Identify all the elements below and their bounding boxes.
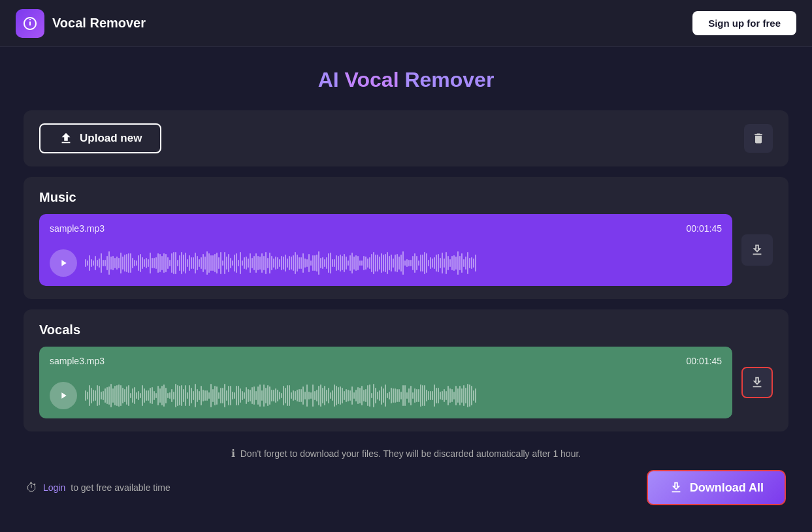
page-title: AI Vocal Remover xyxy=(24,68,788,92)
music-download-button[interactable] xyxy=(741,234,773,266)
info-icon: ℹ xyxy=(231,447,235,460)
download-icon-vocals xyxy=(750,375,764,390)
music-filename: sample3.mp3 xyxy=(50,223,105,234)
vocals-filename: sample3.mp3 xyxy=(50,356,105,366)
main-content: AI Vocal Remover Upload new Music sample… xyxy=(0,47,812,526)
title-vocal: Vocal xyxy=(345,68,405,91)
trash-icon xyxy=(752,132,765,145)
music-duration: 00:01:45 xyxy=(687,223,723,234)
upload-icon xyxy=(59,131,73,146)
login-link[interactable]: Login xyxy=(43,482,65,493)
music-section-card: Music sample3.mp3 00:01:45 xyxy=(24,177,788,299)
music-waveform xyxy=(85,250,722,276)
app-header: Vocal Remover Sign up for free xyxy=(0,0,812,47)
app-name: Vocal Remover xyxy=(52,16,146,31)
vocals-track-top: sample3.mp3 00:01:45 xyxy=(50,356,722,366)
vocals-section-card: Vocals sample3.mp3 00:01:45 xyxy=(24,309,788,431)
login-prompt-text: to get free available time xyxy=(71,482,171,493)
music-track-top: sample3.mp3 00:01:45 xyxy=(50,223,722,234)
signup-button[interactable]: Sign up for free xyxy=(692,11,796,35)
vocals-track-container: sample3.mp3 00:01:45 xyxy=(39,347,773,418)
vocals-duration: 00:01:45 xyxy=(687,356,723,366)
info-message: Don't forget to download your files. The… xyxy=(240,448,581,459)
app-logo xyxy=(16,9,44,38)
play-icon-vocals xyxy=(58,390,69,401)
music-track-container: sample3.mp3 00:01:45 xyxy=(39,214,773,286)
vocals-track-bottom xyxy=(50,382,722,409)
title-ai: AI xyxy=(318,68,345,91)
music-section-label: Music xyxy=(39,190,773,205)
download-all-icon xyxy=(669,480,683,495)
download-all-button[interactable]: Download All xyxy=(647,470,786,505)
bottom-bar: ⏱ Login to get free available time Downl… xyxy=(24,470,788,505)
info-bar: ℹ Don't forget to download your files. T… xyxy=(24,447,788,460)
music-track: sample3.mp3 00:01:45 xyxy=(39,214,732,286)
header-left: Vocal Remover xyxy=(16,9,146,38)
login-prompt: ⏱ Login to get free available time xyxy=(26,481,171,495)
music-track-bottom xyxy=(50,249,722,277)
delete-button[interactable] xyxy=(744,124,773,153)
play-icon xyxy=(58,258,69,268)
vocals-section-label: Vocals xyxy=(39,322,773,337)
download-icon xyxy=(750,243,764,257)
vocals-waveform xyxy=(85,383,722,409)
vocals-download-button[interactable] xyxy=(741,367,773,398)
vocals-track: sample3.mp3 00:01:45 xyxy=(39,347,732,418)
clock-icon: ⏱ xyxy=(26,481,38,495)
upload-card: Upload new xyxy=(24,110,788,166)
title-remover: Remover xyxy=(404,68,494,91)
upload-button[interactable]: Upload new xyxy=(39,123,161,153)
vocals-play-button[interactable] xyxy=(50,382,77,409)
music-play-button[interactable] xyxy=(50,249,77,277)
